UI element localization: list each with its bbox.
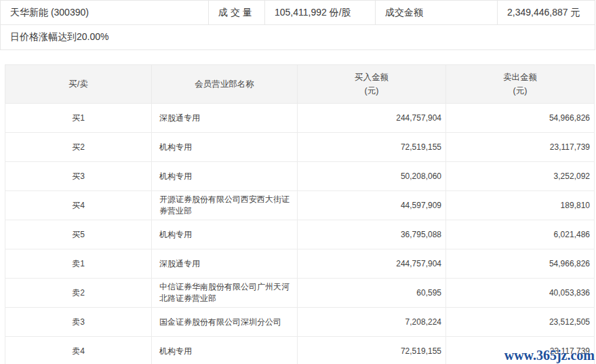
volume-value: 105,411,992 份/股 — [265, 1, 376, 25]
col-header-buy-unit: (元) — [298, 84, 445, 98]
side-cell: 买3 — [5, 162, 152, 191]
sell-amount-cell: 6,021,486 — [446, 220, 595, 249]
broker-cell: 机构专用 — [152, 220, 298, 249]
sell-amount-cell: 23,512,505 — [446, 308, 595, 337]
trading-seats-table: 买/卖 会员营业部名称 买入金额 (元) 卖出金额 (元) 买1 深股通专用 2… — [5, 64, 595, 364]
volume-label: 成 交 量 — [209, 1, 265, 25]
buy-amount-cell: 44,597,909 — [298, 191, 446, 220]
side-cell: 卖3 — [5, 308, 152, 337]
table-row: 卖2 中信证券华南股份有限公司广州天河北路证券营业部 60,595 40,053… — [5, 279, 595, 308]
stock-name-code: 天华新能 (300390) — [1, 1, 209, 25]
col-header-sell-amount-label: 卖出金额 — [447, 70, 593, 84]
side-cell: 买1 — [5, 104, 152, 133]
table-row: 卖1 深股通专用 244,757,904 54,966,826 — [5, 249, 595, 279]
table-row: 买4 开源证券股份有限公司西安西大街证券营业部 44,597,909 189,8… — [5, 191, 595, 220]
table-row: 买2 机构专用 72,519,155 23,117,739 — [5, 133, 595, 162]
stock-summary-table: 天华新能 (300390) 成 交 量 105,411,992 份/股 成交金额… — [0, 0, 595, 50]
site-watermark: www.365jz.com — [504, 348, 595, 363]
price-limit-notice: 日价格涨幅达到20.00% — [1, 25, 595, 50]
table-row: 买3 机构专用 50,208,060 3,252,092 — [5, 162, 595, 191]
col-header-sell-amount: 卖出金额 (元) — [446, 65, 595, 104]
col-header-buy-amount-label: 买入金额 — [298, 70, 445, 84]
sell-amount-cell: 189,810 — [446, 191, 595, 220]
side-cell: 卖1 — [5, 249, 152, 279]
buy-amount-cell: 36,795,088 — [298, 220, 446, 249]
broker-cell: 国金证券股份有限公司深圳分公司 — [152, 308, 298, 337]
broker-cell: 深股通专用 — [152, 104, 298, 133]
col-header-side: 买/卖 — [5, 65, 152, 104]
buy-amount-cell: 72,519,155 — [298, 133, 446, 162]
buy-amount-cell: 50,208,060 — [298, 162, 446, 191]
table-row: 卖3 国金证券股份有限公司深圳分公司 7,208,224 23,512,505 — [5, 308, 595, 337]
side-cell: 卖4 — [5, 337, 152, 364]
side-cell: 买4 — [5, 191, 152, 220]
broker-cell: 开源证券股份有限公司西安西大街证券营业部 — [152, 191, 298, 220]
table-header: 买/卖 会员营业部名称 买入金额 (元) 卖出金额 (元) — [5, 65, 595, 104]
buy-amount-cell: 60,595 — [298, 279, 446, 308]
broker-cell: 中信证券华南股份有限公司广州天河北路证券营业部 — [152, 279, 298, 308]
table-body: 买1 深股通专用 244,757,904 54,966,826 买2 机构专用 … — [5, 104, 595, 364]
table-row: 买1 深股通专用 244,757,904 54,966,826 — [5, 104, 595, 133]
sell-amount-cell: 54,966,826 — [446, 249, 595, 279]
table-row: 买5 机构专用 36,795,088 6,021,486 — [5, 220, 595, 249]
sell-amount-cell: 23,117,739 — [446, 133, 595, 162]
sell-amount-cell: 3,252,092 — [446, 162, 595, 191]
broker-cell: 机构专用 — [152, 133, 298, 162]
col-header-sell-unit: (元) — [447, 84, 593, 98]
turnover-value: 2,349,446,887 元 — [498, 1, 595, 25]
turnover-label: 成交金额 — [376, 1, 498, 25]
broker-cell: 机构专用 — [152, 162, 298, 191]
broker-cell: 深股通专用 — [152, 249, 298, 279]
broker-cell: 机构专用 — [152, 337, 298, 364]
summary-row: 天华新能 (300390) 成 交 量 105,411,992 份/股 成交金额… — [1, 1, 595, 25]
side-cell: 买5 — [5, 220, 152, 249]
buy-amount-cell: 72,519,155 — [298, 337, 446, 364]
col-header-broker: 会员营业部名称 — [152, 65, 298, 104]
buy-amount-cell: 7,208,224 — [298, 308, 446, 337]
sell-amount-cell: 40,053,836 — [446, 279, 595, 308]
sell-amount-cell: 54,966,826 — [446, 104, 595, 133]
buy-amount-cell: 244,757,904 — [298, 249, 446, 279]
side-cell: 买2 — [5, 133, 152, 162]
side-cell: 卖2 — [5, 279, 152, 308]
col-header-buy-amount: 买入金额 (元) — [298, 65, 446, 104]
section-gap — [0, 50, 596, 64]
buy-amount-cell: 244,757,904 — [298, 104, 446, 133]
notice-row: 日价格涨幅达到20.00% — [1, 25, 595, 50]
